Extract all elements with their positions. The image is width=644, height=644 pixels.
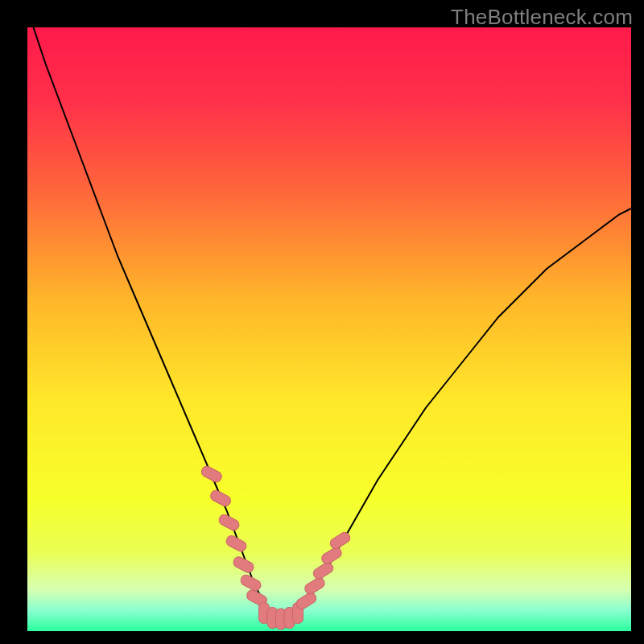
curve-marker — [295, 591, 318, 611]
plot-area — [27, 27, 631, 631]
curve-marker — [232, 555, 255, 575]
curve-marker — [328, 530, 352, 551]
chart-frame: TheBottleneck.com — [0, 0, 644, 644]
bottleneck-curve — [34, 27, 632, 619]
curve-marker — [303, 576, 327, 596]
curve-marker — [200, 464, 223, 484]
curve-marker — [208, 489, 232, 508]
curve-layer — [27, 27, 631, 631]
watermark-text: TheBottleneck.com — [451, 5, 633, 30]
curve-marker — [312, 561, 335, 581]
curve-markers — [200, 464, 352, 630]
curve-marker — [320, 546, 344, 566]
